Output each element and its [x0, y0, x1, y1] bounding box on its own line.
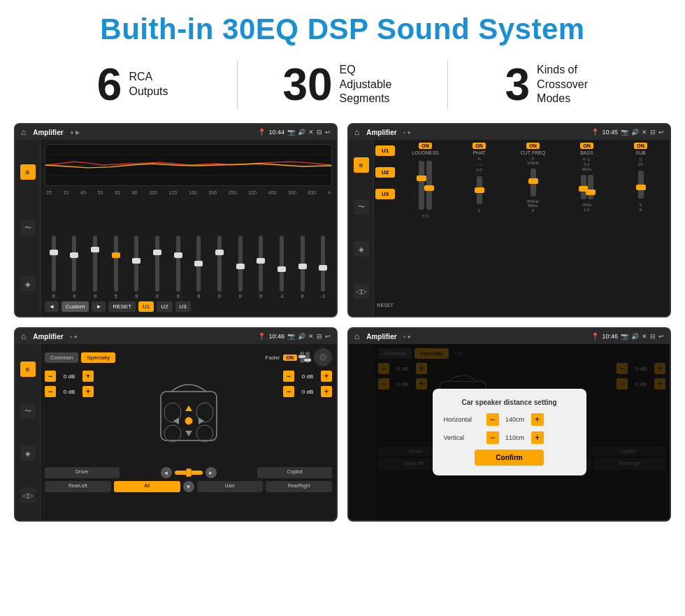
dialog-vertical-row: Vertical − 110cm + — [444, 431, 575, 444]
fader-track[interactable] — [175, 471, 203, 475]
crossover-wave-icon[interactable]: 〜 — [354, 199, 369, 215]
home-icon-1[interactable]: ⌂ — [21, 127, 26, 137]
db-minus-tl[interactable]: − — [45, 371, 56, 382]
svg-marker-12 — [173, 417, 179, 424]
db-minus-bl[interactable]: − — [45, 386, 56, 397]
crossover-body: U1 U2 U3 RESET ON LOUDNESS 00 — [374, 140, 670, 316]
home-icon-4[interactable]: ⌂ — [354, 331, 359, 341]
cutfreq-on[interactable]: ON — [526, 143, 540, 149]
arrow-right[interactable]: ► — [206, 467, 217, 478]
eq-slider-11[interactable]: -1 — [273, 236, 291, 299]
dialog-vertical-value: 110cm — [502, 434, 528, 441]
stat-text-rca: RCAOutputs — [129, 70, 168, 99]
phat-slider[interactable] — [477, 176, 482, 204]
dialog-vertical-minus[interactable]: − — [486, 431, 499, 444]
eq-slider-7[interactable]: 0 — [189, 236, 208, 299]
db-control-bl: − 0 dB + — [45, 386, 94, 397]
freq-more: » — [328, 190, 331, 195]
dialog-horizontal-minus[interactable]: − — [486, 413, 499, 426]
eq-reset-btn[interactable]: RESET — [108, 301, 136, 312]
db-plus-tr[interactable]: + — [321, 371, 332, 382]
eq-slider-6[interactable]: 0 — [169, 236, 187, 299]
eq-slider-9[interactable]: 0 — [231, 236, 250, 299]
eq-u1-btn[interactable]: U1 — [138, 301, 154, 312]
eq-next-btn[interactable]: ► — [92, 301, 106, 312]
crossover-sidebar: ≡ 〜 ◈ ◁▷ — [349, 140, 374, 316]
bass-on[interactable]: ON — [580, 143, 593, 149]
eq-custom-btn[interactable]: Custom — [62, 301, 89, 312]
eq-slider-8[interactable]: 0 — [210, 236, 229, 299]
eq-content: ≡ 〜 ◈ — [15, 140, 336, 316]
freq-400: 400 — [268, 190, 277, 195]
crossover-vol-icon[interactable]: ◁▷ — [354, 283, 369, 299]
btn-rearright[interactable]: RearRight — [266, 481, 332, 492]
home-icon-2[interactable]: ⌂ — [354, 127, 359, 137]
db-minus-tr[interactable]: − — [283, 371, 294, 382]
home-icon-3[interactable]: ⌂ — [21, 331, 26, 341]
freq-160: 160 — [189, 190, 197, 195]
wave-icon[interactable]: 〜 — [20, 220, 36, 236]
btn-user[interactable]: User — [197, 481, 264, 492]
btn-rearleft[interactable]: RearLeft — [45, 481, 111, 492]
fader-eq-icon[interactable]: ≡ — [20, 361, 36, 377]
eq-slider-10[interactable]: 0 — [252, 236, 270, 299]
eq-prev-btn[interactable]: ◄ — [45, 301, 59, 312]
btn-driver[interactable]: Driver — [45, 467, 120, 478]
eq-main: 25 32 40 50 63 80 100 125 160 200 250 32… — [41, 140, 336, 316]
phat-on[interactable]: ON — [473, 143, 486, 149]
fader-tab-common[interactable]: Common — [45, 352, 78, 363]
fader-label: Fader — [266, 354, 280, 361]
u1-tab[interactable]: U1 — [375, 145, 395, 156]
eq-u2-btn[interactable]: U2 — [157, 301, 172, 312]
fader-wave-icon[interactable]: 〜 — [20, 403, 36, 419]
bass-channel: ON BASS FG 3.0 90Hz 70Hz 1.0 — [562, 143, 612, 313]
u3-tab[interactable]: U3 — [375, 189, 395, 199]
arrow-left[interactable]: ◄ — [161, 467, 172, 478]
eq-slider-5[interactable]: 0 — [148, 236, 166, 299]
crossover-eq-icon[interactable]: ≡ — [354, 157, 369, 173]
db-plus-br[interactable]: + — [321, 386, 332, 397]
crossover-reset[interactable]: RESET — [375, 303, 395, 310]
u2-tab[interactable]: U2 — [375, 167, 395, 178]
dialog-horizontal-plus[interactable]: + — [531, 413, 544, 426]
dialog-vertical-label: Vertical — [444, 434, 482, 441]
dialog-vertical-plus[interactable]: + — [531, 431, 544, 444]
btn-copilot[interactable]: Copilot — [257, 467, 332, 478]
db-minus-br[interactable]: − — [283, 386, 294, 397]
fader-tab-specialty[interactable]: Specialty — [81, 352, 115, 363]
eq-slider-12[interactable]: 0 — [294, 236, 312, 299]
sub-slider[interactable] — [638, 171, 644, 199]
eq-icon[interactable]: ≡ — [20, 164, 36, 180]
fader-speaker-icon[interactable]: ◈ — [20, 445, 36, 461]
loudness-slider-l[interactable] — [419, 161, 424, 210]
sub-on[interactable]: ON — [634, 143, 647, 149]
loudness-slider-r[interactable] — [426, 161, 432, 210]
arrow-down[interactable]: ▼ — [183, 481, 194, 492]
eq-slider-13[interactable]: -1 — [314, 236, 332, 299]
dialog-horizontal-stepper: − 140cm + — [486, 413, 544, 426]
eq-u3-btn[interactable]: U3 — [175, 301, 191, 312]
speaker-settings-icon[interactable]: ⚙ — [314, 348, 332, 366]
fader-on-btn[interactable]: ON — [283, 354, 298, 361]
eq-slider-4[interactable]: 0 — [128, 236, 146, 299]
stat-text-crossover: Kinds ofCrossover Modes — [537, 63, 600, 106]
eq-slider-1[interactable]: 0 — [66, 236, 84, 299]
eq-slider-3[interactable]: 5 — [107, 236, 125, 299]
bass-slider-l[interactable] — [581, 175, 586, 199]
status-bar-2: ⌂ Amplifier ▪ ● 📍 10:45 📷 🔊 ✕ ⊟ ↩ — [349, 124, 670, 140]
speaker-icon[interactable]: ◈ — [20, 276, 36, 292]
svg-point-7 — [164, 425, 181, 442]
arrow-down-container: ▼ — [183, 481, 194, 492]
eq-slider-0[interactable]: 0 — [45, 236, 63, 299]
db-plus-tl[interactable]: + — [82, 371, 94, 382]
eq-slider-2[interactable]: 0 — [86, 236, 104, 299]
db-plus-bl[interactable]: + — [82, 386, 94, 397]
db-value-tl: 0 dB — [59, 373, 80, 380]
bass-slider-r[interactable] — [588, 175, 593, 199]
btn-all[interactable]: All — [114, 481, 180, 492]
crossover-speaker-icon[interactable]: ◈ — [354, 241, 369, 257]
fader-vol-icon[interactable]: ◁▷ — [20, 487, 36, 503]
loudness-on[interactable]: ON — [419, 143, 432, 149]
dialog-confirm-button[interactable]: Confirm — [475, 450, 543, 466]
cutfreq-slider[interactable] — [531, 169, 536, 196]
